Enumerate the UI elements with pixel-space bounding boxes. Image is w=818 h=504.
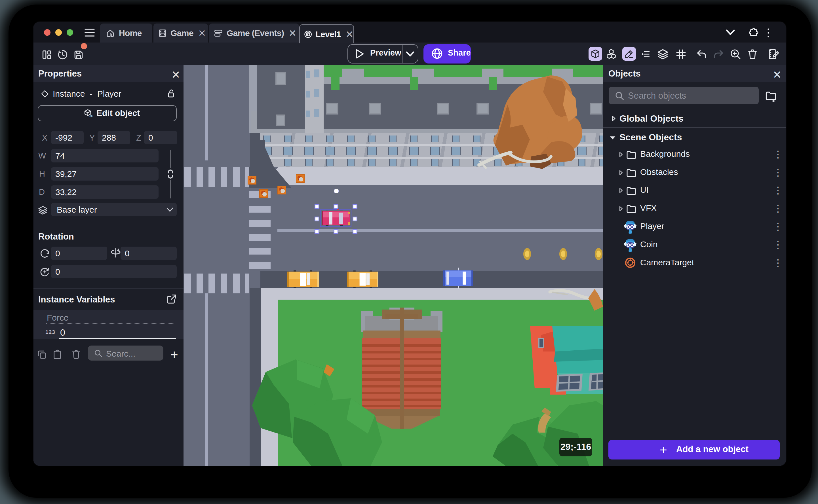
svg-text:3D: 3D [89, 114, 93, 118]
